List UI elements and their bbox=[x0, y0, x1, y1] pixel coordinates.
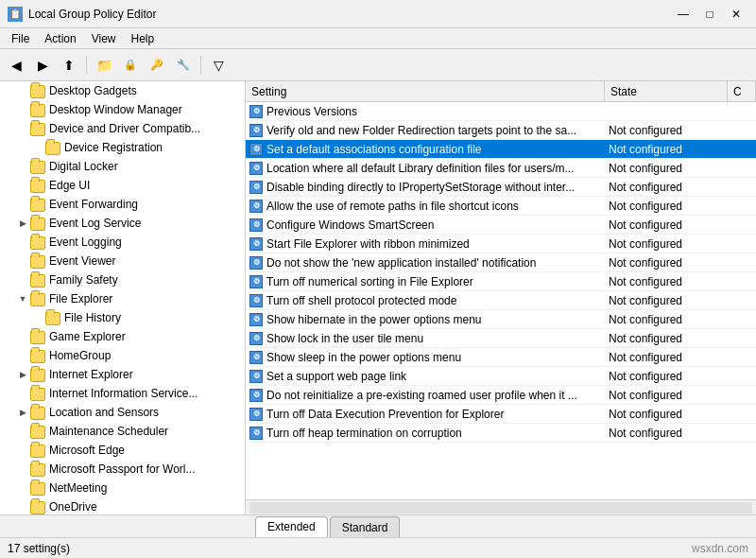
list-row[interactable]: ⚙Set a support web page linkNot configur… bbox=[246, 367, 756, 386]
tree-item-label: OneDrive bbox=[49, 500, 97, 514]
cell-setting: ⚙Set a support web page link bbox=[246, 370, 605, 383]
close-button[interactable]: ✕ bbox=[724, 5, 748, 24]
list-row[interactable]: ⚙Do not reinitialize a pre-existing roam… bbox=[246, 386, 756, 405]
list-row[interactable]: ⚙Configure Windows SmartScreenNot config… bbox=[246, 216, 756, 235]
cell-setting: ⚙Verify old and new Folder Redirection t… bbox=[246, 124, 605, 137]
tree-expander[interactable] bbox=[15, 386, 30, 401]
tree-item[interactable]: OneDrive bbox=[0, 497, 245, 514]
list-row[interactable]: ⚙Location where all default Library defi… bbox=[246, 159, 756, 178]
list-row[interactable]: ⚙Show lock in the user tile menuNot conf… bbox=[246, 329, 756, 348]
tree-expander[interactable] bbox=[15, 178, 30, 193]
menu-view[interactable]: View bbox=[84, 30, 124, 47]
setting-text: Disable binding directly to IPropertySet… bbox=[266, 181, 601, 194]
list-row[interactable]: ⚙Show sleep in the power options menuNot… bbox=[246, 348, 756, 367]
tree-item[interactable]: HomeGroup bbox=[0, 346, 245, 365]
tree-item[interactable]: Desktop Window Manager bbox=[0, 100, 245, 119]
tree-expander[interactable] bbox=[30, 310, 45, 325]
tree-expander[interactable] bbox=[15, 272, 30, 288]
list-row[interactable]: ⚙Turn off Data Execution Prevention for … bbox=[246, 405, 756, 424]
tree-item[interactable]: ▼File Explorer bbox=[0, 289, 245, 308]
horizontal-scrollbar[interactable] bbox=[246, 499, 756, 514]
tree-expander[interactable] bbox=[15, 253, 30, 269]
tree-item[interactable]: Microsoft Edge bbox=[0, 441, 245, 460]
cell-setting: ⚙Turn off shell protocol protected mode bbox=[246, 294, 605, 307]
list-row[interactable]: ⚙Set a default associations configuratio… bbox=[246, 140, 756, 159]
tree-item[interactable]: Event Logging bbox=[0, 233, 245, 252]
tree-expander[interactable] bbox=[15, 121, 30, 136]
setting-icon: ⚙ bbox=[249, 294, 263, 307]
tree-expander[interactable] bbox=[15, 443, 30, 458]
tree-item[interactable]: Desktop Gadgets bbox=[0, 81, 245, 100]
tree-expander[interactable] bbox=[15, 102, 30, 117]
tree-item-label: Family Safety bbox=[49, 273, 118, 287]
tree-item[interactable]: ▶Location and Sensors bbox=[0, 403, 245, 422]
list-row[interactable]: ⚙Turn off numerical sorting in File Expl… bbox=[246, 272, 756, 291]
list-row[interactable]: ⚙Verify old and new Folder Redirection t… bbox=[246, 121, 756, 140]
list-row[interactable]: ⚙Show hibernate in the power options men… bbox=[246, 310, 756, 329]
header-setting[interactable]: Setting bbox=[246, 81, 605, 101]
tree-item[interactable]: Device Registration bbox=[0, 138, 245, 157]
cell-setting: ⚙Previous Versions bbox=[246, 105, 605, 118]
scrollbar-track[interactable] bbox=[249, 502, 752, 514]
list-row[interactable]: ⚙Allow the use of remote paths in file s… bbox=[246, 197, 756, 216]
tree-item[interactable]: NetMeeting bbox=[0, 479, 245, 497]
tree-expander[interactable] bbox=[15, 235, 30, 250]
header-comment[interactable]: C bbox=[728, 81, 756, 101]
setting-icon: ⚙ bbox=[249, 200, 263, 213]
list-row[interactable]: ⚙Turn off heap termination on corruption… bbox=[246, 424, 756, 443]
menu-help[interactable]: Help bbox=[124, 30, 163, 47]
list-row[interactable]: ⚙Turn off shell protocol protected modeN… bbox=[246, 291, 756, 310]
tab-standard[interactable]: Standard bbox=[330, 516, 401, 537]
setting-icon: ⚙ bbox=[249, 237, 263, 251]
right-panel: Setting State C ⚙Previous Versions⚙Verif… bbox=[246, 81, 756, 514]
list-row[interactable]: ⚙Start File Explorer with ribbon minimiz… bbox=[246, 235, 756, 253]
list-row[interactable]: ⚙Do not show the 'new application instal… bbox=[246, 253, 756, 272]
list-row[interactable]: ⚙Disable binding directly to IPropertySe… bbox=[246, 178, 756, 197]
menu-action[interactable]: Action bbox=[37, 30, 83, 47]
filter-button[interactable]: ▽ bbox=[206, 53, 231, 78]
tree-expander[interactable] bbox=[15, 197, 30, 212]
toolbar: ◀ ▶ ⬆ 📁 🔒 🔑 🔧 ▽ bbox=[0, 49, 756, 81]
minimize-button[interactable]: — bbox=[671, 5, 696, 24]
show-hide-button[interactable]: 📁 bbox=[92, 53, 116, 78]
tree-expander[interactable]: ▶ bbox=[15, 216, 30, 231]
tree-expander[interactable] bbox=[15, 499, 30, 514]
tab-extended[interactable]: Extended bbox=[255, 516, 328, 537]
tree-item[interactable]: ▶Event Log Service bbox=[0, 214, 245, 233]
tree-item[interactable]: Maintenance Scheduler bbox=[0, 422, 245, 441]
tree-item[interactable]: Device and Driver Compatib... bbox=[0, 119, 245, 138]
tree-expander[interactable] bbox=[15, 424, 30, 439]
left-panel-tree: Desktop GadgetsDesktop Window ManagerDev… bbox=[0, 81, 246, 514]
tree-item[interactable]: File History bbox=[0, 308, 245, 327]
up-button[interactable]: ⬆ bbox=[57, 53, 81, 78]
cell-setting: ⚙Do not reinitialize a pre-existing roam… bbox=[246, 389, 605, 402]
tree-item[interactable]: Internet Information Service... bbox=[0, 384, 245, 403]
menu-file[interactable]: File bbox=[4, 30, 37, 47]
properties-button[interactable]: 🔒 bbox=[118, 53, 143, 78]
tree-expander[interactable] bbox=[15, 348, 30, 363]
tree-expander[interactable] bbox=[15, 480, 30, 496]
header-state[interactable]: State bbox=[605, 81, 728, 101]
tree-item[interactable]: ▶Internet Explorer bbox=[0, 365, 245, 384]
help-button[interactable]: 🔑 bbox=[145, 53, 169, 78]
tree-item[interactable]: Event Forwarding bbox=[0, 195, 245, 214]
tree-expander[interactable] bbox=[15, 462, 30, 477]
tree-item[interactable]: Game Explorer bbox=[0, 327, 245, 346]
tree-item[interactable]: Family Safety bbox=[0, 270, 245, 289]
tree-expander[interactable]: ▼ bbox=[15, 291, 30, 306]
tree-expander[interactable]: ▶ bbox=[15, 405, 30, 420]
maximize-button[interactable]: □ bbox=[697, 5, 722, 24]
tree-item[interactable]: Event Viewer bbox=[0, 252, 245, 270]
list-row[interactable]: ⚙Previous Versions bbox=[246, 102, 756, 121]
tree-item[interactable]: Microsoft Passport for Worl... bbox=[0, 460, 245, 479]
forward-button[interactable]: ▶ bbox=[30, 53, 55, 78]
tree-expander[interactable] bbox=[30, 140, 45, 155]
tree-item[interactable]: Edge UI bbox=[0, 176, 245, 195]
tree-expander[interactable] bbox=[15, 159, 30, 174]
tree-expander[interactable]: ▶ bbox=[15, 367, 30, 382]
tree-expander[interactable] bbox=[15, 83, 30, 98]
tree-item[interactable]: Digital Locker bbox=[0, 157, 245, 176]
back-button[interactable]: ◀ bbox=[4, 53, 28, 78]
tree-expander[interactable] bbox=[15, 329, 30, 344]
new-window-button[interactable]: 🔧 bbox=[171, 53, 196, 78]
